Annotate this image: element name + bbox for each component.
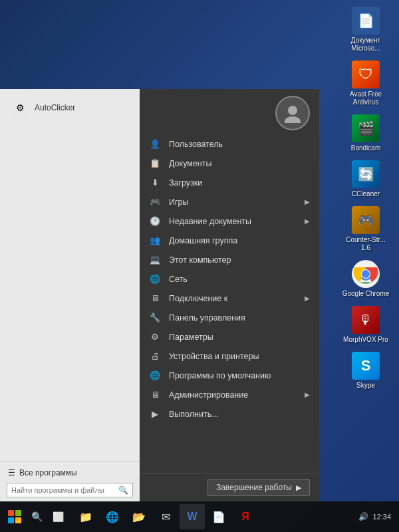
taskbar-app-yandex[interactable]: Я bbox=[233, 504, 258, 529]
all-programs-icon: ☰ bbox=[8, 468, 15, 477]
menu-item-devices[interactable]: 🖨 Устройства и принтеры bbox=[140, 346, 319, 366]
recent-arrow-icon: ▶ bbox=[305, 217, 310, 225]
menu-item-control-panel[interactable]: 🔧 Панель управления bbox=[140, 308, 319, 327]
menu-item-run[interactable]: ▶ Выполнить... bbox=[140, 404, 319, 424]
doc-icon: 📄 bbox=[352, 7, 380, 35]
autoclicker-item[interactable]: ⚙ AutoClicker bbox=[7, 96, 133, 120]
morphvox-icon: 🎙 bbox=[352, 306, 380, 334]
menu-item-connect-label: Подключение к bbox=[169, 294, 297, 303]
admin-arrow-icon: ▶ bbox=[305, 391, 310, 398]
menu-item-default-programs-label: Программы по умолчанию bbox=[169, 371, 310, 380]
desktop-icons: 📄 Документ Microsо... 🛡 Avast Free Antiv… bbox=[339, 7, 392, 390]
search-taskbar-button[interactable]: 🔍 bbox=[28, 505, 45, 528]
menu-item-settings[interactable]: ⚙ Параметры bbox=[140, 327, 319, 346]
menu-item-network-label: Сеть bbox=[169, 275, 310, 284]
menu-item-games-label: Игры bbox=[169, 198, 297, 207]
control-panel-icon: 🔧 bbox=[149, 313, 161, 323]
menu-item-recent[interactable]: 🕐 Недавние документы ▶ bbox=[140, 211, 319, 231]
bandicam-icon: 🎬 bbox=[352, 114, 380, 142]
run-icon: ▶ bbox=[149, 409, 161, 419]
desktop-icon-avast[interactable]: 🛡 Avast Free Antivirus bbox=[339, 61, 392, 106]
chrome-icon bbox=[352, 260, 380, 288]
games-arrow-icon: ▶ bbox=[305, 198, 310, 205]
menu-item-admin-label: Администрирование bbox=[169, 390, 297, 400]
taskbar-apps: 📁 🌐 📂 ✉ W 📄 Я bbox=[73, 504, 357, 529]
menu-item-network[interactable]: 🌐 Сеть bbox=[140, 269, 319, 289]
all-programs-label: Все программы bbox=[19, 468, 77, 477]
computer-icon: 💻 bbox=[149, 255, 161, 265]
taskbar-app-notes[interactable]: 📁 bbox=[73, 504, 98, 529]
taskbar-app-edge[interactable]: 🌐 bbox=[100, 504, 125, 529]
doc-label: Документ Microsо... bbox=[341, 37, 391, 53]
start-menu-bottom: Завершение работы ▶ bbox=[140, 473, 319, 501]
settings-icon: ⚙ bbox=[149, 332, 161, 342]
menu-item-user[interactable]: 👤 Пользователь bbox=[140, 134, 319, 154]
homegroup-icon: 👥 bbox=[149, 235, 161, 245]
start-button[interactable] bbox=[3, 505, 27, 529]
taskbar-tray: 🔊 12:34 bbox=[358, 512, 396, 521]
desktop-icon-morphvox[interactable]: 🎙 MorphVOX Pro bbox=[339, 306, 392, 344]
all-programs-button[interactable]: ☰ Все программы bbox=[7, 466, 133, 480]
user-icon: 👤 bbox=[149, 139, 161, 149]
avatar-svg bbox=[283, 103, 303, 123]
tray-time: 12:34 bbox=[372, 513, 391, 521]
menu-item-devices-label: Устройства и принтеры bbox=[169, 352, 310, 361]
downloads-icon: ⬇ bbox=[149, 178, 161, 188]
games-icon: 🎮 bbox=[149, 197, 161, 207]
menu-item-homegroup[interactable]: 👥 Домашняя группа bbox=[140, 231, 319, 250]
start-menu-left-content: ⚙ AutoClicker bbox=[0, 89, 140, 461]
bandicam-label: Bandicam bbox=[351, 144, 380, 152]
desktop-icon-skype[interactable]: S Skype bbox=[339, 352, 392, 390]
menu-item-downloads[interactable]: ⬇ Загрузки bbox=[140, 173, 319, 192]
search-bar[interactable]: 🔍 bbox=[7, 483, 133, 497]
menu-item-documents[interactable]: 📋 Документы bbox=[140, 154, 319, 173]
recent-icon: 🕐 bbox=[149, 216, 161, 226]
search-input[interactable] bbox=[11, 486, 118, 494]
menu-item-control-panel-label: Панель управления bbox=[169, 313, 310, 323]
taskbar: 🔍 ⬜ 📁 🌐 📂 ✉ W 📄 Я 🔊 12:34 bbox=[0, 501, 399, 532]
menu-item-recent-label: Недавние документы bbox=[169, 217, 297, 226]
taskbar-app-word[interactable]: W bbox=[180, 504, 205, 529]
desktop-icon-counter[interactable]: 🎮 Counter-Str... 1.6 bbox=[339, 206, 392, 252]
menu-item-admin[interactable]: 🖥 Администрирование ▶ bbox=[140, 385, 319, 404]
menu-item-connect[interactable]: 🖥 Подключение к ▶ bbox=[140, 289, 319, 308]
morphvox-label: MorphVOX Pro bbox=[343, 336, 388, 344]
menu-item-computer-label: Этот компьютер bbox=[169, 255, 310, 265]
start-menu-items: 👤 Пользователь 📋 Документы ⬇ Загрузки 🎮 … bbox=[140, 134, 319, 473]
menu-item-documents-label: Документы bbox=[169, 159, 310, 168]
shutdown-arrow-icon: ▶ bbox=[296, 483, 301, 492]
documents-icon: 📋 bbox=[149, 158, 161, 168]
task-view-button[interactable]: ⬜ bbox=[47, 505, 69, 528]
desktop-icon-chrome[interactable]: Google Chrome bbox=[339, 260, 392, 298]
start-menu-right: 👤 Пользователь 📋 Документы ⬇ Загрузки 🎮 … bbox=[140, 89, 319, 501]
shutdown-button[interactable]: Завершение работы ▶ bbox=[207, 479, 310, 496]
devices-icon: 🖨 bbox=[149, 351, 161, 361]
ccleaner-label: CCleaner bbox=[352, 190, 380, 198]
menu-item-downloads-label: Загрузки bbox=[169, 178, 310, 188]
shutdown-label: Завершение работы bbox=[216, 483, 292, 492]
desktop-icon-bandicam[interactable]: 🎬 Bandicam bbox=[339, 114, 392, 152]
user-avatar[interactable] bbox=[275, 96, 310, 130]
start-menu-user-section bbox=[140, 89, 319, 134]
menu-item-games[interactable]: 🎮 Игры ▶ bbox=[140, 192, 319, 211]
desktop-icon-doc[interactable]: 📄 Документ Microsо... bbox=[339, 7, 392, 53]
connect-icon: 🖥 bbox=[149, 293, 161, 303]
avast-label: Avast Free Antivirus bbox=[341, 90, 391, 106]
taskbar-app-mail[interactable]: ✉ bbox=[153, 504, 178, 529]
desktop-icon-ccleaner[interactable]: 🔄 CCleaner bbox=[339, 160, 392, 198]
avast-icon: 🛡 bbox=[352, 61, 380, 88]
taskbar-app-doc[interactable]: 📄 bbox=[206, 504, 231, 529]
menu-item-homegroup-label: Домашняя группа bbox=[169, 236, 310, 245]
desktop: 📄 Документ Microsо... 🛡 Avast Free Antiv… bbox=[0, 0, 399, 532]
svg-point-3 bbox=[362, 270, 370, 278]
start-menu: ⚙ AutoClicker ☰ Все программы 🔍 bbox=[0, 89, 319, 501]
menu-item-run-label: Выполнить... bbox=[169, 410, 310, 419]
start-menu-left-bottom: ☰ Все программы 🔍 bbox=[0, 461, 140, 501]
default-programs-icon: 🌐 bbox=[149, 370, 161, 380]
skype-label: Skype bbox=[356, 382, 375, 390]
menu-item-computer[interactable]: 💻 Этот компьютер bbox=[140, 250, 319, 269]
connect-arrow-icon: ▶ bbox=[305, 295, 310, 302]
taskbar-app-explorer[interactable]: 📂 bbox=[126, 504, 152, 529]
menu-item-default-programs[interactable]: 🌐 Программы по умолчанию bbox=[140, 366, 319, 385]
search-icon[interactable]: 🔍 bbox=[118, 485, 128, 495]
